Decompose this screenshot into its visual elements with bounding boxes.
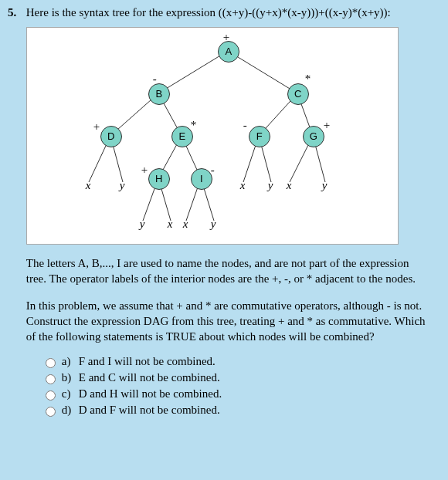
- op-star: *: [191, 119, 197, 132]
- option-d-radio[interactable]: [46, 407, 56, 417]
- op-plus: +: [141, 164, 148, 177]
- node-F: F: [249, 126, 270, 147]
- option-letter: b): [62, 371, 79, 384]
- node-H: H: [148, 168, 170, 190]
- node-B: B: [148, 83, 170, 105]
- option-letter: d): [62, 404, 79, 417]
- leaf-y: y: [322, 179, 328, 192]
- option-a-radio[interactable]: [46, 358, 56, 368]
- op-plus: +: [93, 120, 100, 134]
- leaf-x: x: [86, 179, 91, 192]
- option-text: D and F will not be combined.: [79, 404, 220, 417]
- leaf-x: x: [183, 218, 188, 231]
- leaf-y: y: [140, 218, 145, 231]
- question-prompt: Here is the syntax tree for the expressi…: [26, 6, 428, 19]
- option-text: D and H will not be combined.: [79, 387, 222, 401]
- question-block: 5. Here is the syntax tree for the expre…: [0, 0, 448, 435]
- answer-options: a) F and I will not be combined. b) E an…: [42, 355, 428, 417]
- node-G: G: [303, 126, 324, 147]
- node-D: D: [100, 126, 122, 147]
- question-number: 5.: [8, 6, 23, 19]
- option-c-radio[interactable]: [46, 390, 56, 401]
- explanation-1: The letters A, B,..., I are used to name…: [26, 255, 428, 287]
- option-c-row: c) D and H will not be combined.: [42, 387, 428, 401]
- tree-edges: [27, 28, 398, 244]
- option-b-radio[interactable]: [46, 374, 56, 384]
- option-b-row: b) E and C will not be combined.: [42, 371, 428, 384]
- svg-line-0: [158, 51, 228, 93]
- option-letter: a): [62, 355, 79, 368]
- node-A: A: [218, 41, 239, 63]
- node-I: I: [191, 168, 212, 190]
- explanation-2: In this problem, we assume that + and * …: [26, 298, 428, 345]
- leaf-x: x: [168, 218, 173, 231]
- option-a-row: a) F and I will not be combined.: [42, 355, 428, 368]
- leaf-y: y: [211, 218, 216, 231]
- op-star: *: [305, 73, 311, 86]
- leaf-y: y: [268, 179, 273, 192]
- option-letter: c): [62, 387, 79, 401]
- op-minus: -: [243, 119, 247, 132]
- leaf-x: x: [240, 179, 246, 192]
- option-text: F and I will not be combined.: [79, 355, 216, 368]
- syntax-tree-figure: + A - B * C + D * E - F + G + H - I: [26, 27, 399, 245]
- svg-line-1: [228, 51, 297, 93]
- leaf-y: y: [120, 179, 125, 192]
- node-E: E: [171, 126, 193, 147]
- leaf-x: x: [287, 179, 292, 192]
- option-d-row: d) D and F will not be combined.: [42, 404, 428, 417]
- op-plus: +: [324, 119, 330, 132]
- option-text: E and C will not be combined.: [79, 371, 220, 384]
- question-body: Here is the syntax tree for the expressi…: [26, 6, 428, 420]
- node-C: C: [287, 83, 309, 105]
